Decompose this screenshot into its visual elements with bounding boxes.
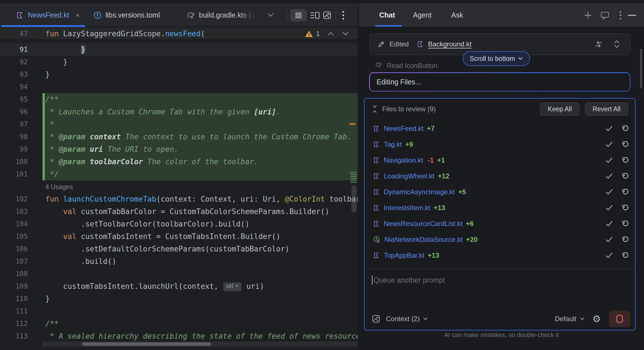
- code-line[interactable]: 97 *: [0, 118, 358, 131]
- code-line[interactable]: 91 }: [0, 43, 358, 56]
- keep-file-button[interactable]: [605, 125, 613, 132]
- chevron-down-icon[interactable]: [580, 317, 584, 320]
- prompt-input[interactable]: Queue another prompt: [372, 276, 445, 285]
- revert-file-button[interactable]: [621, 172, 629, 180]
- scroll-to-bottom-button[interactable]: Scroll to bottom: [463, 51, 530, 66]
- file-row[interactable]: Navigation.kt -1 +1: [365, 152, 635, 168]
- file-row[interactable]: NewsResourceCardList.kt +6: [365, 216, 635, 232]
- file-link[interactable]: Navigation.kt: [384, 156, 423, 164]
- close-tab-icon[interactable]: ×: [75, 12, 80, 19]
- edited-file-link[interactable]: Background.kt: [428, 40, 471, 48]
- stop-button[interactable]: [609, 311, 630, 327]
- code-line[interactable]: 108: [0, 268, 358, 280]
- attach-image-icon[interactable]: [372, 315, 380, 323]
- code-line[interactable]: 112/**: [0, 317, 358, 330]
- revert-file-button[interactable]: [621, 252, 629, 259]
- file-link[interactable]: LoadingWheel.kt: [384, 172, 435, 180]
- revert-file-button[interactable]: [621, 236, 629, 243]
- jump-to-changes-icon[interactable]: [594, 40, 603, 48]
- vertical-scrollbar-thumb[interactable]: [351, 185, 357, 212]
- code-line[interactable]: 106 .setDefaultColorSchemeParams(customT…: [0, 243, 358, 255]
- code-line[interactable]: 98 * @param context The context to use t…: [0, 131, 358, 143]
- chevron-down-icon[interactable]: [423, 317, 428, 320]
- code-line[interactable]: 104 .setToolbarColor(toolbarColor).build…: [0, 218, 358, 230]
- split-preview-button[interactable]: [309, 9, 321, 22]
- code-line[interactable]: 92 }: [0, 56, 358, 68]
- line-number: 107: [0, 255, 43, 268]
- code-line[interactable]: 4 Usages: [0, 180, 358, 193]
- model-dropdown[interactable]: Default: [555, 315, 576, 323]
- file-link[interactable]: NewsResourceCardList.kt: [384, 220, 462, 228]
- settings-gear-icon[interactable]: ⚙: [592, 314, 601, 324]
- revert-file-button[interactable]: [621, 141, 629, 148]
- file-row[interactable]: NewsFeed.kt +7: [365, 121, 635, 136]
- file-row[interactable]: DynamicAsyncImage.kt +5: [365, 184, 635, 200]
- code-line[interactable]: 109 customTabsIntent.launchUrl(context, …: [0, 280, 358, 293]
- file-row[interactable]: Tag.kt +9: [365, 136, 635, 152]
- file-link[interactable]: TopAppBar.kt: [384, 251, 424, 259]
- keep-file-button[interactable]: [605, 252, 613, 259]
- tab-libs-versions-toml[interactable]: libs.versions.toml: [94, 3, 160, 27]
- file-link[interactable]: DynamicAsyncImage.kt: [384, 188, 455, 196]
- editor-more-options-icon[interactable]: [340, 9, 347, 22]
- tab-build-gradle-kts[interactable]: build.gradle.kts (:c: [187, 3, 257, 27]
- code-line[interactable]: 101 */: [0, 168, 358, 180]
- code-line[interactable]: 113 * A sealed hierarchy describing the …: [0, 330, 358, 342]
- previous-occurrence-icon[interactable]: [327, 31, 334, 36]
- code-line[interactable]: 102fun launchCustomChromeTab(context: Co…: [0, 193, 358, 205]
- code-line[interactable]: 110}: [0, 293, 358, 305]
- revert-file-button[interactable]: [621, 204, 629, 212]
- keep-file-button[interactable]: [605, 173, 613, 179]
- keep-file-button[interactable]: [605, 236, 613, 243]
- revert-file-button[interactable]: [621, 125, 629, 132]
- revert-file-button[interactable]: [621, 157, 629, 164]
- code-line[interactable]: 103 val customTabBarColor = CustomTabCol…: [0, 205, 358, 218]
- code-area[interactable]: 91 }92 }93}9495/**96 * Launches a Custom…: [0, 43, 358, 342]
- chat-history-icon[interactable]: [600, 10, 610, 20]
- code-line[interactable]: 107 .build(): [0, 255, 358, 268]
- context-dropdown[interactable]: Context (2): [386, 315, 420, 323]
- revert-all-button[interactable]: Revert All: [585, 103, 628, 116]
- horizontal-scrollbar-thumb[interactable]: [82, 342, 211, 346]
- preview-image-button[interactable]: [321, 9, 333, 22]
- code-line[interactable]: 111: [0, 305, 358, 317]
- new-chat-icon[interactable]: [583, 10, 593, 20]
- file-link[interactable]: NiaNetworkDataSource.kt: [384, 236, 463, 244]
- code-line[interactable]: 93}: [0, 68, 358, 81]
- code-line[interactable]: 96 * Launches a Custom Chrome Tab with t…: [0, 106, 358, 118]
- code-line[interactable]: 100 * @param toolbarColor The color of t…: [0, 155, 358, 168]
- tab-agent[interactable]: Agent: [413, 3, 431, 27]
- file-row[interactable]: NiaNetworkDataSource.kt +20: [365, 232, 635, 247]
- code-line[interactable]: 95/**: [0, 93, 358, 106]
- revert-file-button[interactable]: [621, 220, 629, 227]
- file-row[interactable]: InterestsItem.kt +13: [365, 200, 635, 216]
- keep-file-button[interactable]: [605, 221, 613, 227]
- keep-file-button[interactable]: [605, 205, 613, 211]
- keep-file-button[interactable]: [605, 141, 613, 148]
- chevron-down-icon[interactable]: [267, 12, 274, 18]
- revert-file-button[interactable]: [621, 188, 629, 196]
- sticky-code-line[interactable]: 47 fun LazyStaggeredGridScope.newsFeed( …: [0, 27, 358, 40]
- keep-file-button[interactable]: [605, 157, 613, 163]
- tab-ask[interactable]: Ask: [451, 3, 463, 27]
- editor-view-list-button[interactable]: [290, 9, 307, 22]
- tab-chat[interactable]: Chat: [379, 3, 395, 27]
- keep-file-button[interactable]: [605, 189, 613, 195]
- expand-collapse-icon[interactable]: [613, 40, 620, 48]
- code-line[interactable]: 94: [0, 81, 358, 93]
- chat-scrollbar-thumb[interactable]: [640, 49, 642, 88]
- file-row[interactable]: LoadingWheel.kt +12: [365, 168, 635, 184]
- file-link[interactable]: NewsFeed.kt: [384, 125, 423, 133]
- file-link[interactable]: Tag.kt: [384, 140, 402, 148]
- file-link[interactable]: InterestsItem.kt: [384, 204, 430, 212]
- collapse-icon[interactable]: [371, 105, 378, 113]
- keep-all-button[interactable]: Keep All: [540, 103, 579, 116]
- code-line[interactable]: 105 val customTabsIntent = CustomTabsInt…: [0, 230, 358, 243]
- warning-indicator[interactable]: 1: [305, 30, 320, 38]
- hide-panel-icon[interactable]: [627, 10, 637, 20]
- code-line[interactable]: 99 * @param uri The URI to open.: [0, 143, 358, 155]
- panel-more-options-icon[interactable]: [615, 10, 626, 20]
- file-row[interactable]: TopAppBar.kt +13: [365, 247, 635, 263]
- tab-newsfeed[interactable]: NewsFeed.kt ×: [1, 3, 85, 27]
- next-occurrence-icon[interactable]: [342, 31, 349, 36]
